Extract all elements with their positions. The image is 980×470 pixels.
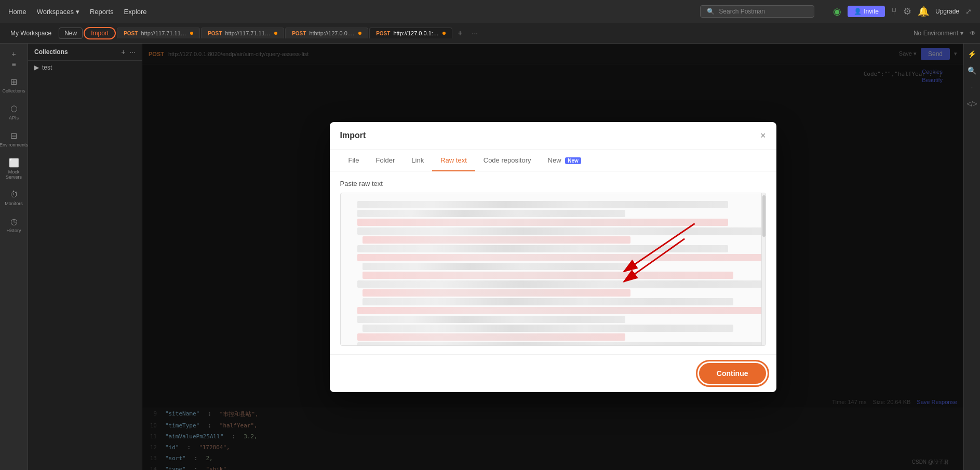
left-panel: Collections + ··· ▶ test	[28, 44, 142, 470]
tab-folder[interactable]: Folder	[367, 150, 403, 171]
fork-icon: ⑂	[891, 6, 897, 17]
nav-reports[interactable]: Reports	[90, 8, 114, 16]
nav-right-actions: ◉ 👤 Invite ⑂ ⚙ 🔔 Upgrade ⤢	[833, 6, 972, 17]
modal-title: Import	[340, 131, 366, 140]
modal-tabs: File Folder Link Raw text Code repositor…	[330, 150, 776, 171]
method-badge: POST	[292, 31, 306, 36]
modal-overlay: Import × File Folder Link Raw text Code …	[142, 44, 963, 470]
new-button[interactable]: New	[59, 28, 83, 39]
sidebar-item-apis[interactable]: ⬡ APIs	[2, 100, 26, 125]
sidebar-item-collections[interactable]: ⊞ Collections	[2, 73, 26, 98]
more-tabs-button[interactable]: ···	[468, 29, 482, 37]
modal-footer: Continue	[330, 354, 776, 392]
raw-text-input[interactable]	[340, 193, 766, 346]
search-icon: 🔍	[707, 8, 715, 15]
tab-code-repository[interactable]: Code repository	[475, 150, 540, 171]
upgrade-button[interactable]: Upgrade	[935, 8, 959, 15]
tab-raw-text[interactable]: Raw text	[432, 150, 475, 171]
main-layout: + ≡ ⊞ Collections ⬡ APIs ⊟ Environments …	[0, 44, 980, 470]
chevron-right-icon: ▶	[34, 64, 39, 71]
unsaved-dot	[274, 32, 277, 35]
nav-home[interactable]: Home	[8, 8, 26, 16]
tab-link[interactable]: Link	[403, 150, 432, 171]
tab-1[interactable]: POST http://117.71.111.4....	[117, 28, 200, 38]
collection-test[interactable]: ▶ test	[28, 61, 142, 74]
add-icon[interactable]: +	[121, 48, 125, 56]
sidebar-item-history[interactable]: ◷ History	[2, 212, 26, 237]
tab-3[interactable]: POST hthttp://127.0.0.1:...	[285, 28, 368, 38]
tab-4-active[interactable]: POST http://127.0.0.1:8...	[369, 28, 452, 38]
history-icon: ◷	[10, 217, 18, 226]
import-modal: Import × File Folder Link Raw text Code …	[330, 122, 776, 392]
eye-icon: 👁	[970, 30, 976, 37]
continue-button[interactable]: Continue	[699, 363, 766, 384]
status-icon: ◉	[833, 6, 841, 17]
panel-header: Collections + ···	[28, 44, 142, 61]
paste-label: Paste raw text	[340, 180, 766, 187]
modal-body: Paste raw text	[330, 171, 776, 354]
right-sidebar: ⚡ 🔍 · </>	[963, 44, 980, 470]
workspace-label: My Workspace	[4, 30, 58, 37]
panel-actions: + ···	[121, 48, 136, 56]
sidebar-item-environments[interactable]: ⊟ Environments	[2, 127, 26, 152]
import-button[interactable]: Import	[84, 27, 116, 39]
add-collection-icon[interactable]: +	[11, 50, 16, 58]
unsaved-dot	[190, 32, 193, 35]
invite-button[interactable]: 👤 Invite	[848, 6, 885, 17]
list-icon[interactable]: ≡	[11, 60, 16, 69]
right-icon-1[interactable]: ⚡	[965, 48, 978, 60]
mock-servers-icon: ⬜	[9, 158, 19, 168]
scrollbar[interactable]	[761, 193, 766, 345]
scrollbar-thumb	[762, 195, 766, 237]
method-badge: POST	[208, 31, 222, 36]
top-nav: Home Workspaces ▾ Reports Explore 🔍 Sear…	[0, 0, 980, 23]
more-icon[interactable]: ···	[129, 48, 136, 56]
tab-bar: My Workspace New Import POST http://117.…	[0, 23, 980, 44]
expand-icon[interactable]: ⤢	[965, 7, 972, 16]
right-icon-2[interactable]: 🔍	[965, 64, 978, 77]
right-icon-4[interactable]: </>	[964, 98, 979, 110]
new-badge: New	[565, 157, 581, 164]
tab-file[interactable]: File	[340, 150, 368, 171]
modal-header: Import ×	[330, 122, 776, 150]
tab-new[interactable]: New New	[540, 150, 589, 171]
nav-explore[interactable]: Explore	[124, 8, 147, 16]
unsaved-dot	[358, 32, 361, 35]
bell-icon[interactable]: 🔔	[918, 6, 929, 17]
nav-workspaces[interactable]: Workspaces ▾	[37, 8, 79, 16]
sidebar-item-monitors[interactable]: ⏱ Monitors	[2, 186, 26, 210]
apis-icon: ⬡	[10, 104, 18, 114]
sidebar-item-mock-servers[interactable]: ⬜ Mock Servers	[2, 154, 26, 184]
method-badge: POST	[376, 31, 390, 36]
modal-close-button[interactable]: ×	[760, 130, 766, 141]
content-area: POST http://127.0.0.1:8020/endp/air/aim-…	[142, 44, 963, 470]
tab-2[interactable]: POST http://117.71.111.4....	[201, 28, 284, 38]
new-tab-button[interactable]: +	[453, 29, 466, 38]
right-icon-3[interactable]: ·	[969, 81, 975, 93]
invite-icon: 👤	[854, 8, 862, 15]
search-bar[interactable]: 🔍 Search Postman	[700, 5, 814, 18]
text-area-content[interactable]	[341, 193, 766, 346]
sidebar-icon-panel: + ≡ ⊞ Collections ⬡ APIs ⊟ Environments …	[0, 44, 28, 470]
collections-icon: ⊞	[10, 77, 17, 87]
environment-selector[interactable]: No Environment ▾ 👁	[914, 30, 976, 37]
monitors-icon: ⏱	[10, 190, 18, 199]
settings-icon[interactable]: ⚙	[903, 6, 911, 17]
environments-icon: ⊟	[10, 131, 17, 141]
unsaved-dot	[442, 32, 446, 35]
method-badge: POST	[124, 31, 138, 36]
